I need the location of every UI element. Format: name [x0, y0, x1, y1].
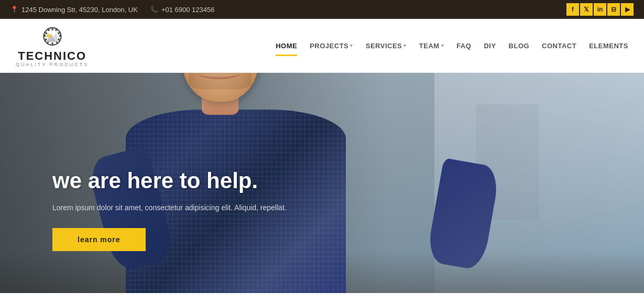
nav-home[interactable]: HOME: [276, 42, 297, 50]
header: TECHNICO QUALITY PRODUCTS HOME PROJECTS …: [0, 19, 644, 73]
chevron-down-icon: ▾: [350, 43, 353, 48]
nav-team[interactable]: TEAM ▾: [419, 42, 444, 50]
hero-section: we are here to help. Lorem ipsum dolor s…: [0, 73, 644, 293]
rss-icon[interactable]: ⊟: [607, 3, 620, 16]
hero-title: we are here to help.: [52, 169, 287, 193]
logo-name: TECHNICO: [18, 50, 86, 62]
main-nav: HOME PROJECTS ▾ SERVICES ▾ TEAM ▾ FAQ DI…: [276, 42, 628, 50]
nav-services[interactable]: SERVICES ▾: [366, 42, 407, 50]
logo-icon: [37, 24, 68, 50]
chevron-down-icon: ▾: [441, 43, 444, 48]
facebook-icon[interactable]: f: [566, 3, 579, 16]
youtube-icon[interactable]: ▶: [621, 3, 634, 16]
linkedin-icon[interactable]: in: [594, 3, 606, 16]
phone-icon: [150, 6, 158, 13]
nav-blog[interactable]: BLOG: [509, 42, 530, 50]
svg-marker-2: [54, 29, 57, 31]
nav-faq[interactable]: FAQ: [456, 42, 471, 50]
contact-info: 1245 Downing Str, 45230, London, UK +01 …: [10, 6, 214, 14]
svg-marker-3: [57, 32, 60, 35]
nav-elements[interactable]: ELEMENTS: [589, 42, 628, 50]
chevron-down-icon: ▾: [403, 43, 407, 48]
social-icons-bar: f 𝕏 in ⊟ ▶: [566, 3, 634, 16]
phone: +01 6900 123456: [150, 6, 215, 14]
learn-more-button[interactable]: learn more: [52, 228, 146, 251]
nav-contact[interactable]: CONTACT: [542, 42, 576, 50]
svg-marker-12: [48, 29, 50, 31]
svg-marker-9: [45, 38, 47, 41]
logo-tagline: QUALITY PRODUCTS: [16, 62, 89, 67]
location-icon: [10, 6, 18, 13]
logo[interactable]: TECHNICO QUALITY PRODUCTS: [16, 24, 89, 67]
svg-point-15: [46, 34, 50, 38]
nav-diy[interactable]: DIY: [484, 42, 496, 50]
hero-subtitle: Lorem ipsum dolor sit amet, consectetur …: [52, 202, 287, 213]
hero-content: we are here to help. Lorem ipsum dolor s…: [52, 169, 287, 251]
address: 1245 Downing Str, 45230, London, UK: [10, 6, 138, 14]
twitter-icon[interactable]: 𝕏: [580, 3, 593, 16]
nav-projects[interactable]: PROJECTS ▾: [310, 42, 353, 50]
top-bar: 1245 Downing Str, 45230, London, UK +01 …: [0, 0, 644, 19]
